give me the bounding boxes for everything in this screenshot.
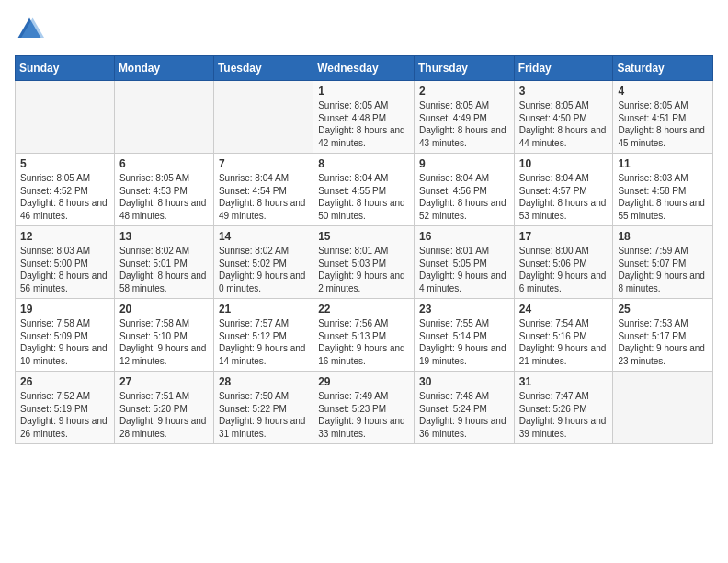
day-info: Sunrise: 7:51 AM Sunset: 5:20 PM Dayligh… xyxy=(119,390,209,440)
weekday-header-wednesday: Wednesday xyxy=(313,56,415,81)
day-number: 24 xyxy=(519,303,609,316)
calendar-cell: 21Sunrise: 7:57 AM Sunset: 5:12 PM Dayli… xyxy=(213,299,313,372)
logo xyxy=(15,15,48,44)
calendar-cell: 16Sunrise: 8:01 AM Sunset: 5:05 PM Dayli… xyxy=(414,226,514,299)
day-info: Sunrise: 7:52 AM Sunset: 5:19 PM Dayligh… xyxy=(20,390,109,440)
calendar-cell: 11Sunrise: 8:03 AM Sunset: 4:58 PM Dayli… xyxy=(613,154,713,226)
calendar-cell: 26Sunrise: 7:52 AM Sunset: 5:19 PM Dayli… xyxy=(16,372,115,444)
day-number: 1 xyxy=(318,85,409,98)
calendar-cell: 30Sunrise: 7:48 AM Sunset: 5:24 PM Dayli… xyxy=(414,372,514,444)
weekday-header-sunday: Sunday xyxy=(16,56,115,81)
calendar-cell: 28Sunrise: 7:50 AM Sunset: 5:22 PM Dayli… xyxy=(213,372,313,444)
day-number: 17 xyxy=(519,230,609,243)
day-number: 23 xyxy=(419,303,509,316)
day-number: 12 xyxy=(20,230,109,243)
calendar-cell xyxy=(114,81,213,154)
day-info: Sunrise: 7:56 AM Sunset: 5:13 PM Dayligh… xyxy=(318,317,409,367)
calendar-cell: 17Sunrise: 8:00 AM Sunset: 5:06 PM Dayli… xyxy=(514,226,613,299)
day-number: 9 xyxy=(419,157,509,170)
calendar-cell: 27Sunrise: 7:51 AM Sunset: 5:20 PM Dayli… xyxy=(114,372,213,444)
day-number: 28 xyxy=(219,375,308,388)
day-info: Sunrise: 8:00 AM Sunset: 5:06 PM Dayligh… xyxy=(519,245,609,294)
day-info: Sunrise: 8:05 AM Sunset: 4:53 PM Dayligh… xyxy=(119,172,209,222)
weekday-header-saturday: Saturday xyxy=(613,56,713,81)
page-header xyxy=(15,15,713,44)
calendar-cell: 7Sunrise: 8:04 AM Sunset: 4:54 PM Daylig… xyxy=(213,154,313,226)
day-info: Sunrise: 7:47 AM Sunset: 5:26 PM Dayligh… xyxy=(519,390,609,440)
day-info: Sunrise: 8:03 AM Sunset: 4:58 PM Dayligh… xyxy=(618,172,708,222)
calendar-week-5: 26Sunrise: 7:52 AM Sunset: 5:19 PM Dayli… xyxy=(16,372,713,444)
day-number: 6 xyxy=(119,157,209,170)
weekday-header-monday: Monday xyxy=(114,56,213,81)
calendar-cell: 3Sunrise: 8:05 AM Sunset: 4:50 PM Daylig… xyxy=(514,81,613,154)
day-number: 31 xyxy=(519,375,609,388)
calendar-cell xyxy=(16,81,115,154)
calendar-cell: 12Sunrise: 8:03 AM Sunset: 5:00 PM Dayli… xyxy=(16,226,115,299)
calendar-week-2: 5Sunrise: 8:05 AM Sunset: 4:52 PM Daylig… xyxy=(16,154,713,226)
day-info: Sunrise: 7:50 AM Sunset: 5:22 PM Dayligh… xyxy=(219,390,308,440)
day-number: 11 xyxy=(618,157,708,170)
day-info: Sunrise: 7:58 AM Sunset: 5:10 PM Dayligh… xyxy=(119,317,209,367)
day-info: Sunrise: 7:54 AM Sunset: 5:16 PM Dayligh… xyxy=(519,317,609,367)
calendar-cell: 15Sunrise: 8:01 AM Sunset: 5:03 PM Dayli… xyxy=(313,226,415,299)
calendar-cell: 13Sunrise: 8:02 AM Sunset: 5:01 PM Dayli… xyxy=(114,226,213,299)
calendar-cell: 22Sunrise: 7:56 AM Sunset: 5:13 PM Dayli… xyxy=(313,299,415,372)
day-info: Sunrise: 7:55 AM Sunset: 5:14 PM Dayligh… xyxy=(419,317,509,367)
weekday-header-tuesday: Tuesday xyxy=(213,56,313,81)
day-number: 14 xyxy=(219,230,308,243)
calendar-cell: 18Sunrise: 7:59 AM Sunset: 5:07 PM Dayli… xyxy=(613,226,713,299)
day-number: 7 xyxy=(219,157,308,170)
day-info: Sunrise: 8:04 AM Sunset: 4:57 PM Dayligh… xyxy=(519,172,609,222)
calendar-cell: 2Sunrise: 8:05 AM Sunset: 4:49 PM Daylig… xyxy=(414,81,514,154)
calendar-cell: 23Sunrise: 7:55 AM Sunset: 5:14 PM Dayli… xyxy=(414,299,514,372)
calendar-cell: 31Sunrise: 7:47 AM Sunset: 5:26 PM Dayli… xyxy=(514,372,613,444)
calendar-cell: 6Sunrise: 8:05 AM Sunset: 4:53 PM Daylig… xyxy=(114,154,213,226)
calendar-cell: 9Sunrise: 8:04 AM Sunset: 4:56 PM Daylig… xyxy=(414,154,514,226)
calendar-cell: 10Sunrise: 8:04 AM Sunset: 4:57 PM Dayli… xyxy=(514,154,613,226)
day-number: 18 xyxy=(618,230,708,243)
calendar-cell: 20Sunrise: 7:58 AM Sunset: 5:10 PM Dayli… xyxy=(114,299,213,372)
day-number: 29 xyxy=(318,375,409,388)
day-info: Sunrise: 7:57 AM Sunset: 5:12 PM Dayligh… xyxy=(219,317,308,367)
logo-icon xyxy=(15,15,44,44)
calendar-cell: 4Sunrise: 8:05 AM Sunset: 4:51 PM Daylig… xyxy=(613,81,713,154)
calendar-week-3: 12Sunrise: 8:03 AM Sunset: 5:00 PM Dayli… xyxy=(16,226,713,299)
day-info: Sunrise: 8:02 AM Sunset: 5:02 PM Dayligh… xyxy=(219,245,308,294)
calendar-cell: 8Sunrise: 8:04 AM Sunset: 4:55 PM Daylig… xyxy=(313,154,415,226)
day-info: Sunrise: 8:01 AM Sunset: 5:05 PM Dayligh… xyxy=(419,245,509,294)
day-number: 4 xyxy=(618,85,708,98)
calendar-cell: 24Sunrise: 7:54 AM Sunset: 5:16 PM Dayli… xyxy=(514,299,613,372)
day-number: 2 xyxy=(419,85,509,98)
day-info: Sunrise: 8:05 AM Sunset: 4:51 PM Dayligh… xyxy=(618,99,708,149)
weekday-header-thursday: Thursday xyxy=(414,56,514,81)
day-number: 25 xyxy=(618,303,708,316)
calendar-cell: 5Sunrise: 8:05 AM Sunset: 4:52 PM Daylig… xyxy=(16,154,115,226)
calendar-cell: 14Sunrise: 8:02 AM Sunset: 5:02 PM Dayli… xyxy=(213,226,313,299)
day-info: Sunrise: 8:05 AM Sunset: 4:49 PM Dayligh… xyxy=(419,99,509,149)
day-info: Sunrise: 8:05 AM Sunset: 4:52 PM Dayligh… xyxy=(20,172,109,222)
day-number: 13 xyxy=(119,230,209,243)
day-info: Sunrise: 8:02 AM Sunset: 5:01 PM Dayligh… xyxy=(119,245,209,294)
day-number: 20 xyxy=(119,303,209,316)
day-info: Sunrise: 8:01 AM Sunset: 5:03 PM Dayligh… xyxy=(318,245,409,294)
day-number: 10 xyxy=(519,157,609,170)
calendar-week-4: 19Sunrise: 7:58 AM Sunset: 5:09 PM Dayli… xyxy=(16,299,713,372)
day-number: 22 xyxy=(318,303,409,316)
day-number: 19 xyxy=(20,303,109,316)
day-number: 8 xyxy=(318,157,409,170)
day-info: Sunrise: 8:05 AM Sunset: 4:50 PM Dayligh… xyxy=(519,99,609,149)
day-number: 3 xyxy=(519,85,609,98)
calendar-cell xyxy=(213,81,313,154)
day-number: 27 xyxy=(119,375,209,388)
calendar-week-1: 1Sunrise: 8:05 AM Sunset: 4:48 PM Daylig… xyxy=(16,81,713,154)
day-info: Sunrise: 8:04 AM Sunset: 4:55 PM Dayligh… xyxy=(318,172,409,222)
day-info: Sunrise: 7:59 AM Sunset: 5:07 PM Dayligh… xyxy=(618,245,708,294)
day-info: Sunrise: 7:49 AM Sunset: 5:23 PM Dayligh… xyxy=(318,390,409,440)
day-info: Sunrise: 7:48 AM Sunset: 5:24 PM Dayligh… xyxy=(419,390,509,440)
calendar-cell: 25Sunrise: 7:53 AM Sunset: 5:17 PM Dayli… xyxy=(613,299,713,372)
day-info: Sunrise: 7:53 AM Sunset: 5:17 PM Dayligh… xyxy=(618,317,708,367)
day-number: 26 xyxy=(20,375,109,388)
weekday-header-friday: Friday xyxy=(514,56,613,81)
day-number: 16 xyxy=(419,230,509,243)
calendar-cell: 29Sunrise: 7:49 AM Sunset: 5:23 PM Dayli… xyxy=(313,372,415,444)
